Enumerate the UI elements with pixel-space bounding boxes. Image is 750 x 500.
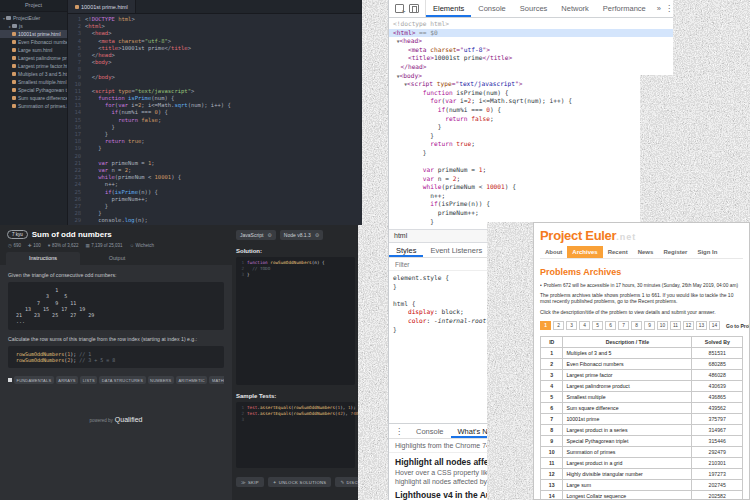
problem-link[interactable]: Highly divisible triangular number	[563, 469, 692, 480]
tree-sub-folder[interactable]: ▸js	[0, 22, 67, 30]
site-logo[interactable]: Project Euler.net	[540, 228, 743, 243]
whats-new-heading[interactable]: Highlight all nodes affected by CSS	[395, 457, 543, 467]
inspect-element-icon[interactable]	[395, 4, 404, 13]
kebab-menu-icon[interactable]: ⋮	[389, 427, 409, 436]
tree-root-folder[interactable]: ▾ProjectEuler	[0, 14, 67, 22]
sample-tests-editor[interactable]: 1Test.assertEquals(rowSumOddNumbers(1), …	[236, 402, 355, 468]
kebab-menu-icon[interactable]: ⋮	[665, 4, 673, 13]
problem-link[interactable]: Summation of primes	[563, 447, 692, 458]
problem-link[interactable]: Multiples of 3 and 5	[563, 348, 692, 359]
language-select[interactable]: JavaScript⚙	[236, 230, 276, 240]
tree-file[interactable]: Special Pythagorean triplet.html	[0, 86, 67, 94]
tree-file[interactable]: Largest palindrome product.html	[0, 54, 67, 62]
devtools-tab[interactable]: Console	[471, 0, 513, 17]
nav-link[interactable]: Register	[658, 246, 692, 258]
line-number: 5	[68, 45, 85, 52]
problem-link[interactable]: Special Pythagorean triplet	[563, 436, 692, 447]
table-cell: 7	[541, 414, 563, 425]
challenge-tab[interactable]: Output	[80, 252, 154, 265]
nav-link[interactable]: Sign In	[692, 246, 722, 258]
page-link[interactable]: 4	[579, 321, 590, 330]
page-link[interactable]: 11	[670, 321, 681, 330]
devtools-tab[interactable]: Performance	[596, 0, 653, 17]
close-icon[interactable]: ×	[500, 427, 504, 436]
tree-file[interactable]: Smallest multiple.html	[0, 78, 67, 86]
tree-file[interactable]: Multiples of 3 and 5.html	[0, 70, 67, 78]
gear-icon[interactable]: ⚙	[267, 232, 271, 238]
styles-tab[interactable]: Styles	[389, 243, 423, 257]
tree-file[interactable]: Largest prime factor.html	[0, 62, 67, 70]
kata-tag[interactable]: LISTS	[80, 376, 97, 384]
table-cell: 3	[541, 370, 563, 381]
table-cell: 202745	[692, 480, 743, 491]
styles-tab[interactable]: Event Listeners	[423, 243, 489, 257]
devtools-tab[interactable]: Elements	[426, 0, 471, 17]
kata-tag[interactable]: NUMBERS	[148, 376, 174, 384]
triangle-line: ...	[16, 318, 216, 324]
kata-tag[interactable]: FUNDAMENTALS	[14, 376, 54, 384]
page-link[interactable]: 5	[592, 321, 603, 330]
challenge-tab[interactable]: Instructions	[6, 252, 80, 265]
action-button[interactable]: ✎DISCUSS	[335, 477, 358, 487]
kata-tag[interactable]: DATA STRUCTURES	[99, 376, 145, 384]
devtools-tab[interactable]: Network	[554, 0, 596, 17]
nav-link[interactable]: Archives	[567, 246, 602, 258]
page-link[interactable]: 1	[540, 321, 551, 330]
table-cell: 430639	[692, 381, 743, 392]
tree-file[interactable]: Large sum.html	[0, 46, 67, 54]
kata-tag[interactable]: MATHEMATICS	[209, 376, 224, 384]
styles-filter-input[interactable]	[393, 260, 487, 269]
page-link[interactable]: 12	[683, 321, 694, 330]
runtime-select[interactable]: Node v8.1.3⚙	[280, 230, 323, 240]
solution-editor[interactable]: 1function rowSumOddNumbers(n) {2 // TODO…	[236, 257, 355, 385]
tree-file[interactable]: Summation of primes.html	[0, 102, 67, 110]
problem-link[interactable]: 10001st prime	[563, 414, 692, 425]
page-link[interactable]: 9	[644, 321, 655, 330]
line-number: 14	[68, 109, 85, 116]
nav-link[interactable]: Recent	[603, 246, 633, 258]
problem-link[interactable]: Smallest multiple	[563, 392, 692, 403]
tree-file[interactable]: Even Fibonacci numbers.html	[0, 38, 67, 46]
device-toolbar-icon[interactable]	[409, 4, 419, 13]
tree-file[interactable]: 10001st prime.html	[0, 30, 67, 38]
problem-link[interactable]: Largest palindrome product	[563, 381, 692, 392]
problem-link[interactable]: Sum square difference	[563, 403, 692, 414]
nav-link[interactable]: News	[633, 246, 659, 258]
tree-file[interactable]: Sum square difference.html	[0, 94, 67, 102]
stat-item: ✚100	[28, 243, 41, 248]
page-link[interactable]: 13	[696, 321, 707, 330]
problem-link[interactable]: Even Fibonacci numbers	[563, 359, 692, 370]
problem-link[interactable]: Longest Collatz sequence	[563, 491, 692, 500]
page-link[interactable]: 6	[605, 321, 616, 330]
kata-tag[interactable]: ARRAYS	[56, 376, 78, 384]
drawer-tab-whats-new[interactable]: What's New×	[451, 424, 512, 438]
page-link[interactable]: 14	[709, 321, 720, 330]
more-tabs-icon[interactable]: »	[653, 4, 665, 13]
editor-code-line: 23 while(primeNum < 10001) {	[68, 174, 362, 181]
page-link[interactable]: 2	[553, 321, 564, 330]
page-link[interactable]: 7	[618, 321, 629, 330]
page-link[interactable]: 10	[657, 321, 668, 330]
gear-icon[interactable]: ⚙	[315, 232, 319, 238]
problem-link[interactable]: Largest product in a series	[563, 425, 692, 436]
action-button[interactable]: ✦UNLOCK SOLUTIONS	[268, 477, 332, 487]
whats-new-heading-2[interactable]: Lighthouse v4 in the Audits panel	[395, 490, 543, 500]
drawer-tab-console[interactable]: Console	[409, 424, 451, 438]
problem-link[interactable]: Largest prime factor	[563, 370, 692, 381]
page-link[interactable]: 8	[631, 321, 642, 330]
editor-code-line: 1<!DOCTYPE html>	[68, 16, 362, 23]
action-button[interactable]: ≫SKIP	[236, 477, 264, 487]
devtools-tab[interactable]: Sources	[513, 0, 555, 17]
problem-link[interactable]: Large sum	[563, 480, 692, 491]
problem-link[interactable]: Largest product in a grid	[563, 458, 692, 469]
code-area[interactable]: 1<!DOCTYPE html>2<html>3 <head>4 <meta c…	[68, 14, 362, 224]
nav-link[interactable]: About	[540, 246, 567, 258]
powered-by-text: powered by	[90, 418, 113, 423]
instruction-text: Given the triangle of consecutive odd nu…	[8, 272, 224, 278]
editor-code-line: 28 }	[68, 210, 362, 217]
elements-dom-tree[interactable]: <!doctype html><html> == $0 ▼<head> <met…	[389, 18, 673, 229]
page-link[interactable]: 3	[566, 321, 577, 330]
kata-tag[interactable]: ARITHMETIC	[176, 376, 207, 384]
editor-tab[interactable]: 10001st prime.html	[68, 0, 136, 13]
problems-table: IDDescription / TitleSolved By1Multiples…	[540, 336, 743, 500]
